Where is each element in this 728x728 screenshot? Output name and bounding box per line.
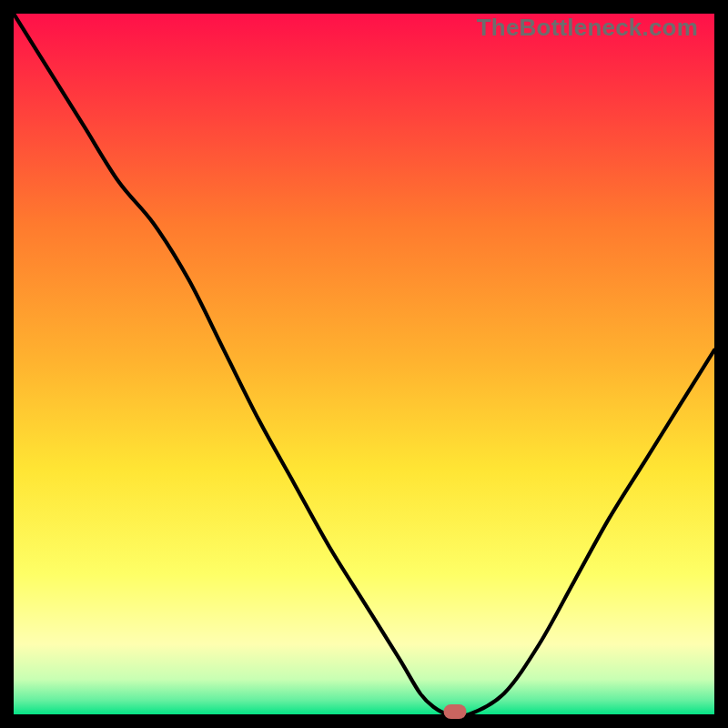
watermark-text: TheBottleneck.com bbox=[477, 14, 698, 42]
gradient-background bbox=[14, 14, 714, 714]
optimal-point-marker bbox=[444, 704, 467, 719]
chart-frame: TheBottleneck.com bbox=[14, 14, 714, 714]
svg-rect-0 bbox=[14, 14, 714, 714]
